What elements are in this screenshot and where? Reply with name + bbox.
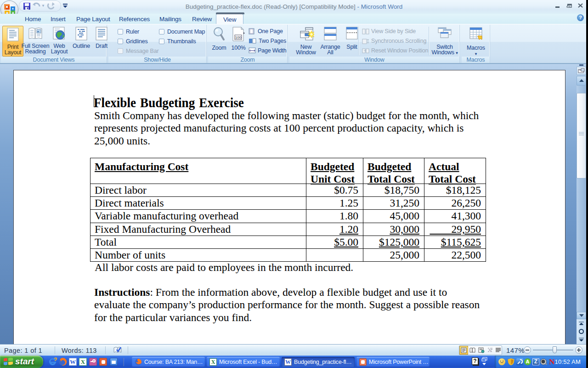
svg-text:100: 100 [235, 35, 242, 40]
